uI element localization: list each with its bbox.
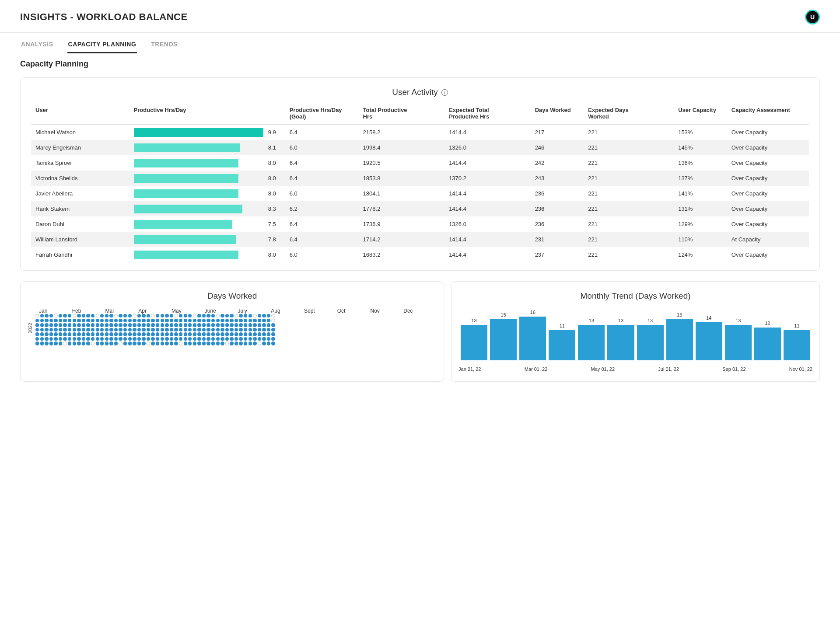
day-dot: [123, 342, 127, 345]
day-dot: [248, 319, 252, 322]
day-dot: [156, 337, 159, 341]
day-dot: [220, 314, 224, 317]
day-dot: [239, 319, 242, 322]
day-dot: [225, 319, 229, 322]
capacity-cell: 124%: [674, 247, 727, 262]
table-row[interactable]: Tamika Sprow8.06.41920.51414.4242221136%…: [31, 155, 809, 171]
cell: 221: [584, 125, 674, 140]
column-header[interactable]: Capacity Assessment: [727, 102, 809, 125]
days-worked-title-text: Days Worked: [207, 291, 257, 301]
table-row[interactable]: Marcy Engelsman8.16.01998.41326.02462211…: [31, 140, 809, 155]
day-dot: [234, 328, 238, 331]
day-dot: [151, 342, 154, 345]
day-dot: [82, 319, 85, 322]
day-dot: [248, 328, 252, 331]
day-dot: [128, 319, 132, 322]
avatar[interactable]: U: [805, 10, 820, 24]
day-dot: [123, 337, 127, 341]
day-dot: [161, 314, 164, 317]
day-dot: [77, 332, 80, 336]
day-dot: [100, 337, 104, 341]
day-dot: [184, 323, 187, 327]
column-header[interactable]: Expected TotalProductive Hrs: [444, 102, 531, 125]
cell: 221: [584, 140, 674, 155]
day-dot: [202, 332, 206, 336]
x-tick: Jul 01, 22: [658, 366, 679, 372]
day-dot: [267, 342, 270, 345]
day-dot: [137, 314, 141, 317]
day-dot: [211, 328, 215, 331]
user-name-cell: Victorina Sheilds: [31, 171, 130, 186]
cell: 1326.0: [444, 140, 531, 155]
day-dot: [142, 323, 145, 327]
day-dot: [68, 314, 71, 317]
day-dot: [216, 314, 220, 317]
day-dot: [184, 319, 187, 322]
day-dot: [91, 328, 94, 331]
day-dot: [54, 337, 57, 341]
day-dot: [165, 328, 168, 331]
x-tick: Sep 01, 22: [722, 366, 746, 372]
column-header[interactable]: User Capacity: [674, 102, 727, 125]
trend-bar: 12: [753, 321, 782, 360]
day-dot: [244, 314, 247, 317]
day-dot: [188, 323, 192, 327]
days-worked-title: Days Worked: [21, 282, 444, 304]
table-row[interactable]: Javier Abellera8.06.01804.11414.42362211…: [31, 186, 809, 201]
user-activity-card: User Activity i UserProductive Hrs/DayPr…: [20, 77, 820, 271]
day-dot: [193, 332, 196, 336]
table-row[interactable]: Farrah Gandhi8.06.01683.21414.4237221124…: [31, 247, 809, 262]
table-row[interactable]: William Lansford7.86.41714.21414.4231221…: [31, 232, 809, 247]
day-dot: [225, 323, 229, 327]
day-dot: [100, 314, 104, 317]
day-dot: [184, 342, 187, 345]
day-dot: [147, 328, 150, 331]
day-dot: [225, 332, 229, 336]
tab-trends[interactable]: TRENDS: [150, 38, 178, 53]
hrs-bar-cell: 8.3: [130, 201, 285, 216]
cell: 1370.2: [444, 171, 531, 186]
table-row[interactable]: Hank Stakem8.36.21778.21414.4236221131%O…: [31, 201, 809, 216]
day-dot: [96, 323, 99, 327]
column-header[interactable]: Days Worked: [531, 102, 584, 125]
cell: 6.4: [285, 232, 358, 247]
day-dot: [161, 332, 164, 336]
cell: 1998.4: [359, 140, 445, 155]
table-row[interactable]: Michael Watson9.96.42158.21414.421722115…: [31, 125, 809, 140]
assessment-cell: Over Capacity: [727, 216, 809, 232]
day-dot: [220, 337, 224, 341]
day-dot: [77, 337, 80, 341]
day-dot: [174, 323, 178, 327]
cell: 6.4: [285, 125, 358, 140]
info-icon[interactable]: i: [441, 89, 448, 96]
column-header[interactable]: Productive Hrs/Day(Goal): [285, 102, 358, 125]
column-header[interactable]: User: [31, 102, 130, 125]
day-dot: [248, 337, 252, 341]
month-label: Dec: [403, 308, 437, 314]
days-worked-card: Days Worked JanFebMarAprMayJuneJulyAugSe…: [20, 281, 444, 382]
tab-analysis[interactable]: ANALYSIS: [20, 38, 54, 53]
tab-capacity-planning[interactable]: CAPACITY PLANNING: [67, 38, 137, 53]
column-header[interactable]: Total ProductiveHrs: [359, 102, 445, 125]
column-header[interactable]: Expected DaysWorked: [584, 102, 674, 125]
day-dot: [137, 342, 141, 345]
day-dot: [40, 319, 44, 322]
table-row[interactable]: Daron Duhl7.56.41736.91326.0236221129%Ov…: [31, 216, 809, 232]
assessment-cell: Over Capacity: [727, 247, 809, 262]
day-dot: [68, 332, 71, 336]
day-dot: [59, 319, 62, 322]
day-dot: [239, 314, 242, 317]
day-dot: [197, 314, 201, 317]
day-dot: [123, 332, 127, 336]
day-dot: [188, 342, 192, 345]
day-dot: [142, 332, 145, 336]
month-label: Mar: [105, 308, 139, 314]
day-dot: [105, 323, 108, 327]
day-dot: [96, 328, 99, 331]
day-dot: [105, 328, 108, 331]
column-header[interactable]: Productive Hrs/Day: [130, 102, 285, 125]
day-dot: [119, 328, 122, 331]
day-dot: [179, 323, 182, 327]
table-row[interactable]: Victorina Sheilds8.06.41853.81370.224322…: [31, 171, 809, 186]
day-dot: [68, 337, 71, 341]
